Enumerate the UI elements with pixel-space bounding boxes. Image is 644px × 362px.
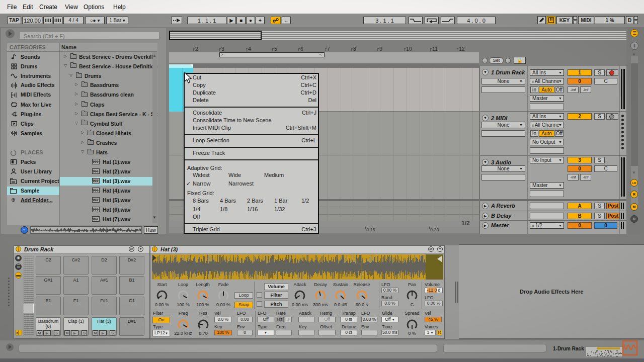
svg-text:0:00:100: 0:00:100 (338, 273, 356, 278)
svg-text:0.00: 0.00 (154, 273, 164, 278)
